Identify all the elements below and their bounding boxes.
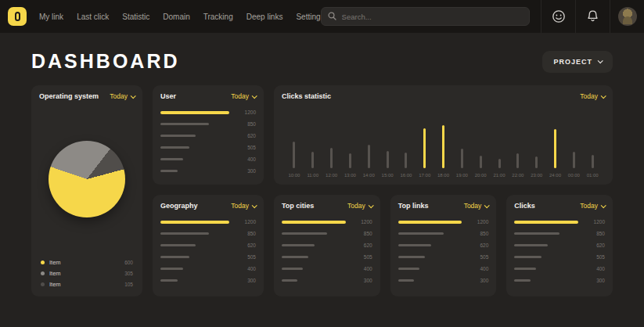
hbar-value: 505 (237, 254, 256, 260)
vbar-column: 00:00 (564, 108, 583, 178)
vbar-label: 18:00 (437, 173, 449, 178)
hbar-bar (160, 279, 178, 282)
nav-link[interactable]: Deep links (246, 13, 283, 21)
card-geography: Geography Today 1200850620505400300 (153, 195, 264, 296)
hbar-bar (160, 256, 189, 258)
nav-link[interactable]: Tracking (203, 13, 233, 21)
filter-label: Today (580, 92, 598, 100)
chevron-down-icon (598, 58, 603, 63)
vbar (387, 151, 389, 168)
vbar-column: 24:00 (546, 108, 565, 178)
smiley-icon (552, 9, 566, 23)
hbar-value: 620 (354, 243, 372, 248)
nav-link[interactable]: Setting (296, 13, 320, 21)
hbar-bar (160, 244, 196, 246)
vbar (311, 152, 314, 168)
vbar (498, 159, 501, 168)
vbar-label: 16:00 (400, 173, 412, 178)
search-input[interactable] (321, 7, 530, 26)
hbar-bar (160, 221, 229, 224)
hbar-value: 505 (470, 254, 488, 260)
vbar-label: 21:00 (494, 173, 505, 178)
vbar-label: 13:00 (344, 173, 356, 178)
today-filter[interactable]: Today (231, 92, 256, 100)
hbar-bar (514, 244, 547, 246)
vbar-label: 15:00 (382, 173, 394, 178)
hbar-row: 400 (514, 266, 605, 271)
vbar-label: 17:00 (419, 173, 430, 178)
hbar-bar (398, 221, 462, 224)
app-logo[interactable] (8, 7, 27, 26)
nav-link[interactable]: My link (39, 13, 63, 21)
hbar-row: 1200 (514, 219, 605, 225)
chevron-down-icon (368, 203, 373, 208)
hbar-row: 400 (160, 266, 256, 271)
feedback-button[interactable] (541, 0, 575, 33)
today-filter[interactable]: Today (347, 202, 372, 210)
legend-label: Item (49, 281, 61, 288)
hbar-value: 400 (586, 266, 605, 271)
hbar-value: 400 (470, 266, 488, 271)
nav-link[interactable]: Statistic (122, 13, 149, 21)
hbar-chart: 1200850620505400300 (160, 219, 256, 283)
hbar-bar (514, 256, 541, 258)
today-filter[interactable]: Today (464, 202, 489, 210)
nav-link[interactable]: Domain (163, 13, 189, 21)
filter-label: Today (347, 202, 365, 210)
hbar-row: 620 (398, 243, 489, 248)
vbar-label: 22:00 (512, 173, 523, 178)
today-filter[interactable]: Today (231, 202, 256, 210)
hbar-bar (398, 279, 414, 282)
search-icon (328, 12, 336, 20)
vbar-label: 19:00 (456, 173, 468, 178)
hbar-value: 300 (354, 278, 372, 283)
hbar-row: 300 (160, 168, 256, 174)
hbar-value: 620 (586, 243, 605, 248)
notifications-button[interactable] (575, 0, 610, 33)
hbar-bar (282, 232, 327, 235)
today-filter[interactable]: Today (110, 92, 135, 100)
hbar-bar (398, 256, 425, 258)
hbar-chart: 1200850620505400300 (514, 219, 605, 283)
legend-row: Item105 (41, 281, 133, 288)
vbar-label: 23:00 (531, 173, 542, 178)
vbar-column: 14:00 (359, 108, 378, 178)
nav-link[interactable]: Last click (77, 13, 109, 21)
vbar (330, 148, 333, 168)
hbar-bar (160, 123, 209, 125)
legend-row: Item305 (41, 270, 133, 277)
legend-row: Item600 (41, 259, 133, 266)
vbar (535, 156, 538, 168)
hbar-bar (160, 111, 229, 114)
card-title: Top links (398, 202, 429, 210)
profile-button[interactable] (610, 0, 644, 33)
hbar-row: 505 (160, 254, 256, 260)
vbar-column: 19:00 (452, 108, 471, 178)
today-filter[interactable]: Today (580, 202, 605, 210)
hbar-value: 400 (237, 156, 256, 162)
vbar-column: 22:00 (509, 108, 527, 178)
chevron-down-icon (252, 203, 257, 208)
hbar-row: 300 (398, 278, 489, 283)
hbar-bar (514, 221, 578, 224)
hbar-bar (514, 232, 559, 235)
hbar-value: 300 (237, 168, 256, 174)
hbar-value: 1200 (586, 219, 605, 225)
link-icon (15, 12, 20, 21)
clicks-bar-chart: 10:0011:0012:0013:0014:0015:0016:0017:00… (282, 108, 605, 178)
vbar-column: 23:00 (527, 108, 546, 178)
hbar-bar (398, 268, 419, 270)
vbar (442, 125, 444, 168)
card-title: User (160, 92, 176, 100)
hbar-value: 620 (470, 243, 488, 248)
hbar-value: 300 (237, 278, 256, 283)
nav-links: My linkLast clickStatisticDomainTracking… (39, 13, 321, 21)
project-dropdown[interactable]: PROJECT (542, 51, 613, 73)
hbar-value: 850 (237, 121, 256, 127)
vbar-label: 20:00 (475, 173, 487, 178)
avatar (618, 7, 637, 26)
hbar-row: 850 (398, 231, 489, 236)
hbar-bar (160, 135, 196, 137)
project-dropdown-label: PROJECT (553, 58, 592, 66)
today-filter[interactable]: Today (580, 92, 605, 100)
